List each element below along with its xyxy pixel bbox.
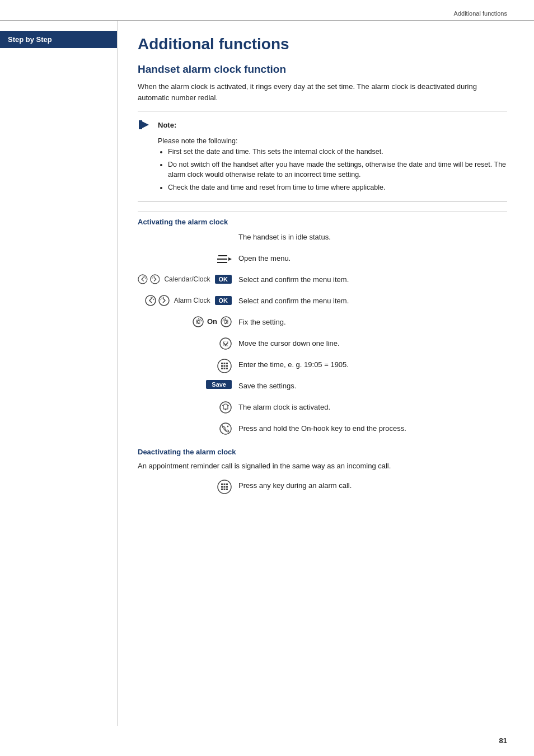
step-keypad-time: Enter the time, e. g. 19:05 = 1905.	[138, 358, 507, 374]
note-item-3: Check the date and time and reset from t…	[168, 182, 507, 193]
step-save: Save Save the settings.	[138, 379, 507, 395]
step-alarm-active: The alarm clock is activated.	[138, 401, 507, 416]
step-icon-presskey	[138, 479, 238, 494]
cursor-icon	[219, 337, 232, 350]
step-presskey: Press any key during an alarm call.	[138, 479, 507, 495]
svg-point-14	[220, 338, 231, 349]
svg-rect-41	[221, 489, 223, 490]
on-label: On	[207, 317, 217, 326]
step-idle: The handset is in idle status.	[138, 231, 507, 246]
step-text-on: Fix the setting.	[238, 316, 507, 328]
main-content: Additional functions Handset alarm clock…	[118, 21, 534, 726]
step-icon-on: On	[138, 316, 238, 327]
step-icon-alarm-active	[138, 401, 238, 414]
step-text-onhook: Press and hold the On-hook key to end th…	[238, 422, 507, 434]
deactivate-intro: An appointment reminder call is signalle…	[138, 461, 507, 472]
step-icon-idle	[138, 231, 238, 231]
save-badge: Save	[206, 380, 232, 389]
section-title: Handset alarm clock function	[138, 63, 507, 76]
svg-rect-17	[221, 363, 223, 364]
step-cursor: Move the cursor down one line.	[138, 337, 507, 353]
page-number: 81	[499, 736, 507, 745]
svg-rect-37	[226, 483, 228, 485]
svg-marker-5	[228, 257, 232, 261]
svg-rect-23	[221, 368, 223, 369]
step-text-calendar: Select and confirm the menu item.	[238, 273, 507, 285]
svg-rect-18	[224, 363, 226, 364]
calendar-label: Calendar/Clock	[164, 275, 210, 283]
step-alarmclock: Alarm Clock OK Select and confirm the me…	[138, 294, 507, 310]
step-text-alarmclock: Select and confirm the menu item.	[238, 294, 507, 307]
intro-text: When the alarm clock is activated, it ri…	[138, 81, 507, 103]
step-icon-alarmclock: Alarm Clock OK	[138, 294, 238, 306]
svg-rect-38	[221, 486, 223, 488]
step-text-keypad-time: Enter the time, e. g. 19:05 = 1905.	[238, 358, 507, 370]
page-title: Additional functions	[138, 35, 507, 53]
sidebar: Step by Step	[0, 21, 118, 726]
svg-rect-0	[139, 120, 142, 129]
page-layout: Step by Step Additional functions Handse…	[0, 21, 534, 726]
step-text-menu: Open the menu.	[238, 252, 507, 264]
svg-rect-36	[224, 483, 226, 485]
note-item-1: First set the date and time. This sets t…	[168, 147, 507, 157]
note-intro: Please note the following:	[158, 136, 507, 147]
note-header: Note:	[138, 117, 507, 133]
alarm-active-icon	[219, 401, 232, 414]
svg-rect-39	[224, 486, 226, 488]
keypad-icon-2	[217, 480, 232, 494]
keypad-icon-1	[217, 359, 232, 373]
svg-point-28	[225, 409, 226, 410]
note-box: Note: Please note the following: First s…	[138, 111, 507, 201]
svg-rect-25	[226, 368, 228, 369]
step-text-save: Save the settings.	[238, 379, 507, 392]
step-icon-menu	[138, 252, 238, 266]
nav-left-icon-1	[138, 274, 148, 285]
page-header: Additional functions	[0, 0, 534, 21]
svg-rect-42	[224, 489, 226, 490]
alarmclock-label: Alarm Clock	[174, 297, 210, 304]
activate-section-title: Activating the alarm clock	[138, 212, 507, 226]
svg-line-30	[228, 405, 229, 406]
header-title: Additional functions	[454, 10, 507, 17]
svg-rect-35	[221, 483, 223, 485]
step-icon-calendar: Calendar/Clock OK	[138, 273, 238, 285]
nav-on-right	[221, 316, 232, 327]
onhook-icon	[219, 422, 232, 435]
step-text-idle: The handset is in idle status.	[238, 231, 507, 243]
note-content: Please note the following: First set the…	[138, 136, 507, 193]
svg-point-26	[220, 402, 231, 413]
svg-rect-21	[224, 365, 226, 367]
note-item-2: Do not switch off the handset after you …	[168, 159, 507, 181]
step-by-step-label: Step by Step	[0, 31, 117, 48]
step-menu: Open the menu.	[138, 252, 507, 267]
step-text-alarm-active: The alarm clock is activated.	[238, 401, 507, 413]
svg-rect-22	[226, 365, 228, 367]
step-on: On Fix the setting.	[138, 316, 507, 331]
svg-rect-43	[226, 489, 228, 490]
step-calendar: Calendar/Clock OK Select and confirm the…	[138, 273, 507, 289]
step-text-presskey: Press any key during an alarm call.	[238, 479, 507, 491]
step-text-cursor: Move the cursor down one line.	[238, 337, 507, 349]
note-title: Note:	[158, 121, 176, 129]
svg-marker-1	[142, 121, 149, 128]
svg-point-31	[220, 423, 231, 434]
ok-badge-1: OK	[215, 275, 232, 284]
note-icon	[138, 117, 153, 133]
note-list: First set the date and time. This sets t…	[158, 147, 507, 193]
nav-right-icon-1	[150, 274, 160, 285]
ok-badge-2: OK	[215, 296, 232, 305]
step-onhook: Press and hold the On-hook key to end th…	[138, 422, 507, 438]
menu-icon	[214, 252, 232, 266]
svg-rect-20	[221, 365, 223, 367]
nav-left-icon-2	[145, 295, 156, 306]
step-icon-save: Save	[138, 379, 238, 389]
svg-rect-19	[226, 363, 228, 364]
svg-line-29	[222, 405, 223, 406]
step-icon-cursor	[138, 337, 238, 350]
deactivate-section-title: Deactivating the alarm clock	[138, 448, 507, 456]
nav-on-left	[193, 316, 204, 327]
step-icon-keypad-time	[138, 358, 238, 373]
step-icon-onhook	[138, 422, 238, 435]
svg-rect-24	[224, 368, 226, 369]
nav-right-icon-2	[158, 295, 170, 306]
